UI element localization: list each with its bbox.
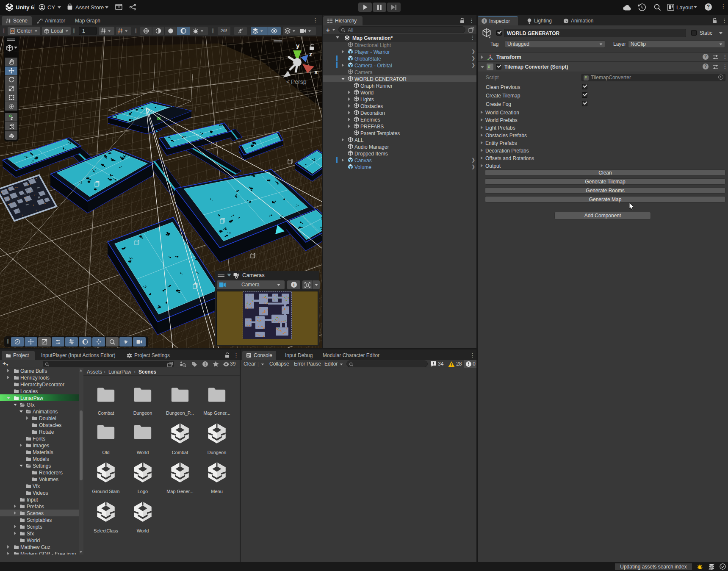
svg-text:x: x (314, 68, 318, 75)
svg-text:y: y (296, 42, 300, 49)
svg-text:z: z (309, 50, 313, 58)
svg-text:< Persp: < Persp (286, 78, 307, 85)
